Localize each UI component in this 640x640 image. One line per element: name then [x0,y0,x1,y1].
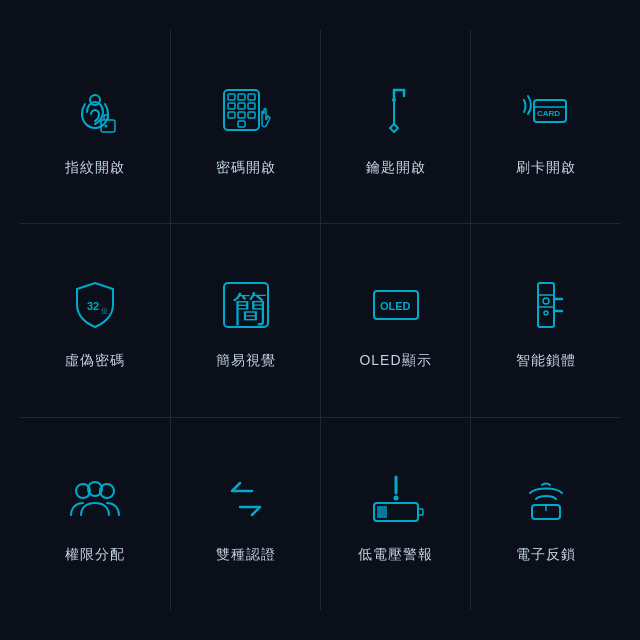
dual-auth-label: 雙種認證 [216,546,276,564]
svg-point-28 [544,311,548,315]
cell-oled[interactable]: OLED OLED顯示 [320,223,470,416]
svg-rect-36 [377,506,387,518]
card-label: 刷卡開啟 [516,159,576,177]
cell-fake-password[interactable]: 32 位 虛偽密碼 [20,223,170,416]
cell-permission[interactable]: 權限分配 [20,417,170,610]
card-icon: CARD [511,77,581,147]
cell-dual-auth[interactable]: 雙種認證 [170,417,320,610]
oled-label: OLED顯示 [359,352,431,370]
svg-rect-35 [418,509,423,515]
svg-text:位: 位 [101,307,108,314]
svg-rect-9 [248,103,255,109]
anti-lock-label: 電子反鎖 [516,546,576,564]
password-label: 密碼開啟 [216,159,276,177]
simple-view-label: 簡易視覺 [216,352,276,370]
cell-simple-view[interactable]: 簡 簡易視覺 [170,223,320,416]
svg-point-2 [105,124,108,127]
feature-grid: 指紋開啟 密碼開啟 鑰匙開啟 CARD 刷卡開啟 32 位 虛偽密碼 簡 簡易視… [20,30,620,610]
cell-card[interactable]: CARD 刷卡開啟 [470,30,620,223]
low-battery-label: 低電壓警報 [358,546,433,564]
fake-password-label: 虛偽密碼 [65,352,125,370]
svg-rect-3 [224,90,259,130]
svg-point-14 [392,98,396,102]
svg-rect-7 [228,103,235,109]
svg-rect-11 [238,112,245,118]
low-battery-icon [361,464,431,534]
svg-rect-6 [248,94,255,100]
oled-icon: OLED [361,270,431,340]
fingerprint-icon [60,77,130,147]
svg-text:簡: 簡 [232,289,268,329]
svg-rect-24 [538,283,554,327]
key-label: 鑰匙開啟 [366,159,426,177]
simple-view-icon: 簡 [211,270,281,340]
svg-text:CARD: CARD [537,109,560,118]
cell-smart-lock[interactable]: 智能鎖體 [470,223,620,416]
svg-rect-12 [248,112,255,118]
permission-label: 權限分配 [65,546,125,564]
cell-password[interactable]: 密碼開啟 [170,30,320,223]
permission-icon [60,464,130,534]
svg-rect-5 [238,94,245,100]
cell-low-battery[interactable]: 低電壓警報 [320,417,470,610]
svg-rect-4 [228,94,235,100]
cell-key[interactable]: 鑰匙開啟 [320,30,470,223]
svg-point-27 [543,298,549,304]
svg-rect-8 [238,103,245,109]
svg-rect-10 [228,112,235,118]
cell-fingerprint[interactable]: 指紋開啟 [20,30,170,223]
fake-password-icon: 32 位 [60,270,130,340]
svg-point-38 [393,495,398,500]
svg-text:32: 32 [87,300,99,312]
smart-lock-icon [511,270,581,340]
smart-lock-label: 智能鎖體 [516,352,576,370]
anti-lock-icon [511,464,581,534]
svg-text:OLED: OLED [380,300,411,312]
svg-rect-13 [238,121,245,127]
cell-anti-lock[interactable]: 電子反鎖 [470,417,620,610]
dual-auth-icon [211,464,281,534]
password-icon [211,77,281,147]
fingerprint-label: 指紋開啟 [65,159,125,177]
key-icon [361,77,431,147]
